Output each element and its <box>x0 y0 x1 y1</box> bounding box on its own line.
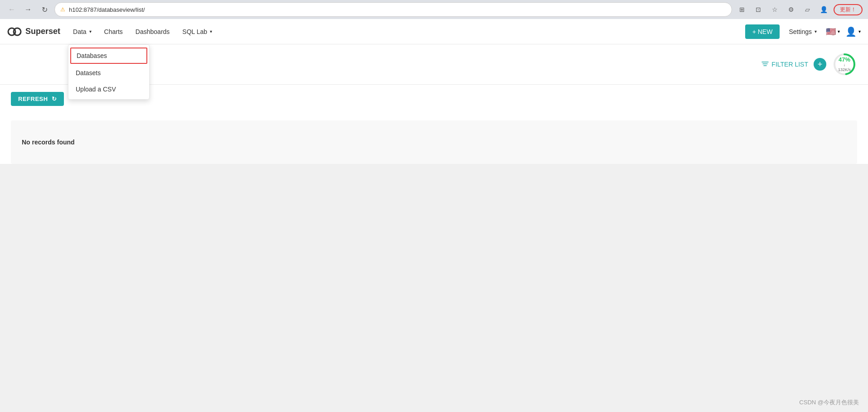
nav-data-label: Data <box>73 28 87 35</box>
browser-chrome: ← → ↻ ⚠ h102:8787/databaseview/list/ ⊞ ⊡… <box>0 0 868 19</box>
app-logo-text: Superset <box>25 27 60 36</box>
user-menu[interactable]: 👤 ▾ <box>845 26 861 37</box>
watermark-text: CSDN @今夜月色很美 <box>799 399 859 406</box>
filter-list-label: FILTER LIST <box>771 61 808 68</box>
datasets-label: Datasets <box>76 69 101 77</box>
translate-icon[interactable]: ⊞ <box>736 3 748 16</box>
nav-right: + NEW Settings ▾ 🇺🇸 ▾ 👤 ▾ <box>745 24 861 39</box>
back-button[interactable]: ← <box>5 3 18 16</box>
new-button[interactable]: + NEW <box>745 24 780 39</box>
progress-percentage: 47% <box>838 57 851 62</box>
cast-icon[interactable]: ⊡ <box>752 3 765 16</box>
superset-logo-icon <box>7 24 22 39</box>
split-screen-icon[interactable]: ▱ <box>801 3 814 16</box>
refresh-icon: ↻ <box>52 96 57 102</box>
reload-button[interactable]: ↻ <box>38 3 51 16</box>
sqllab-caret-icon: ▾ <box>210 29 212 34</box>
no-records-area: No records found <box>11 120 857 164</box>
bookmark-icon[interactable]: ☆ <box>768 3 781 16</box>
settings-caret-icon: ▾ <box>815 29 817 34</box>
filter-icon <box>761 61 769 68</box>
browser-toolbar-right: ⊞ ⊡ ☆ ⚙ ▱ 👤 更新！ <box>736 3 863 16</box>
nav-sqllab-label: SQL Lab <box>182 28 207 35</box>
profile-icon[interactable]: 👤 <box>817 3 830 16</box>
svg-point-1 <box>14 28 21 35</box>
watermark: CSDN @今夜月色很美 <box>799 398 859 407</box>
app-navbar: Superset Data ▾ Charts Dashboards SQL La… <box>0 19 868 44</box>
dropdown-datasets[interactable]: Datasets <box>68 65 149 81</box>
extension-icon[interactable]: ⚙ <box>785 3 797 16</box>
user-caret-icon: ▾ <box>858 29 861 34</box>
data-dropdown-menu: Databases Datasets Upload a CSV <box>68 44 150 100</box>
settings-button[interactable]: Settings ▾ <box>785 26 820 37</box>
flag-caret-icon: ▾ <box>838 29 840 34</box>
dropdown-databases[interactable]: Databases <box>70 48 147 64</box>
progress-center: 47% ↓ 132K/s <box>838 57 851 72</box>
data-caret-icon: ▾ <box>89 29 92 34</box>
databases-label: Databases <box>77 52 107 59</box>
nav-charts[interactable]: Charts <box>99 24 128 39</box>
no-records-text: No records found <box>22 139 75 146</box>
nav-sqllab[interactable]: SQL Lab ▾ <box>177 24 218 39</box>
security-warning: ⚠ <box>60 6 65 13</box>
refresh-button[interactable]: REFRESH ↻ <box>11 92 64 106</box>
update-button[interactable]: 更新！ <box>834 4 863 15</box>
filter-list-button[interactable]: FILTER LIST <box>761 61 808 68</box>
main-nav: Data ▾ Charts Dashboards SQL Lab ▾ <box>68 24 745 39</box>
nav-data[interactable]: Data ▾ <box>68 24 97 39</box>
nav-dashboards-label: Dashboards <box>136 28 170 35</box>
address-text: h102:8787/databaseview/list/ <box>69 6 726 13</box>
forward-button[interactable]: → <box>22 3 34 16</box>
circular-progress: 47% ↓ 132K/s <box>832 52 857 77</box>
progress-speed: ↓ 132K/s <box>838 62 851 72</box>
nav-charts-label: Charts <box>104 28 123 35</box>
settings-label: Settings <box>789 28 812 35</box>
browser-toolbar: ← → ↻ ⚠ h102:8787/databaseview/list/ ⊞ ⊡… <box>0 0 868 19</box>
upload-csv-label: Upload a CSV <box>76 86 116 93</box>
add-filter-button[interactable]: + <box>814 58 826 71</box>
flag-icon: 🇺🇸 <box>826 27 836 37</box>
nav-dashboards[interactable]: Dashboards <box>130 24 175 39</box>
user-icon: 👤 <box>845 26 857 37</box>
refresh-label: REFRESH <box>18 96 48 102</box>
address-bar[interactable]: ⚠ h102:8787/databaseview/list/ <box>54 2 732 17</box>
app-logo: Superset <box>7 24 60 39</box>
dropdown-upload-csv[interactable]: Upload a CSV <box>68 81 149 97</box>
language-selector[interactable]: 🇺🇸 ▾ <box>826 27 840 37</box>
